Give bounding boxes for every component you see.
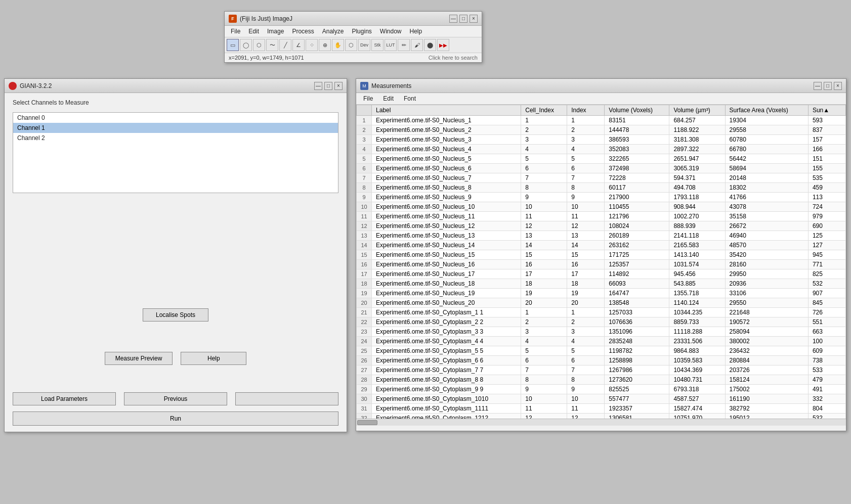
- cell-label: Experiment6.ome.tif-S0_Nucleus_2: [372, 125, 521, 135]
- next-btn[interactable]: [235, 392, 338, 405]
- meas-menu-edit[interactable]: Edit: [378, 94, 399, 103]
- load-params-btn[interactable]: Load Parameters: [13, 392, 116, 405]
- tool-wand[interactable]: ⬡: [345, 39, 357, 51]
- cell-rownum: 27: [357, 365, 372, 375]
- table-row: 17 Experiment6.ome.tif-S0_Nucleus_17 17 …: [357, 269, 846, 279]
- col-header-cell-index[interactable]: Cell_Index: [521, 105, 567, 116]
- tool-lut[interactable]: LUT: [385, 39, 397, 51]
- tool-multipoint[interactable]: ⁘: [306, 39, 318, 51]
- cell-vol-um: 10434.369: [669, 365, 725, 375]
- fiji-menu-plugins[interactable]: Plugins: [348, 27, 375, 36]
- channel-list: Channel 0 Channel 1 Channel 2: [13, 112, 338, 193]
- fiji-menu-analyze[interactable]: Analyze: [318, 27, 348, 36]
- tool-polygon[interactable]: ⬡: [253, 39, 265, 51]
- cell-rownum: 20: [357, 298, 372, 308]
- col-header-vol-um[interactable]: Volume (µm³): [669, 105, 725, 116]
- cell-sa-vox: 175002: [725, 385, 808, 394]
- cell-vol-um: 1140.124: [669, 298, 725, 308]
- tool-stk[interactable]: Stk: [371, 39, 384, 51]
- table-row: 16 Experiment6.ome.tif-S0_Nucleus_16 16 …: [357, 260, 846, 269]
- cell-label: Experiment6.ome.tif-S0_Nucleus_15: [372, 250, 521, 260]
- cell-label: Experiment6.ome.tif-S0_Cytoplasm_1 1: [372, 308, 521, 317]
- tool-hand[interactable]: ✋: [332, 39, 344, 51]
- col-header-sa-vox[interactable]: Surface Area (Voxels): [725, 105, 808, 116]
- tool-flood[interactable]: ⬤: [424, 39, 436, 51]
- tool-more[interactable]: ▶▶: [437, 39, 449, 51]
- table-row: 27 Experiment6.ome.tif-S0_Cytoplasm_7 7 …: [357, 365, 846, 375]
- fiji-menu-help[interactable]: Help: [406, 27, 427, 36]
- cell-index: 8: [567, 375, 605, 385]
- cell-sun: 151: [808, 154, 845, 164]
- cell-sa-vox: 380002: [725, 337, 808, 346]
- tool-brush[interactable]: 🖌: [411, 39, 423, 51]
- meas-table-container[interactable]: Label Cell_Index Index Volume (Voxels) V…: [356, 105, 846, 419]
- cell-index: 9: [567, 193, 605, 202]
- giani-close-btn[interactable]: ×: [334, 82, 343, 90]
- preview-help-row: Measure Preview Help: [13, 352, 338, 365]
- cell-index: 17: [567, 269, 605, 279]
- col-header-label[interactable]: Label: [372, 105, 521, 116]
- cell-vol-vox: 114892: [605, 269, 669, 279]
- giani-maximize-btn[interactable]: □: [324, 82, 332, 90]
- cell-vol-um: 1188.922: [669, 125, 725, 135]
- cell-vol-vox: 83151: [605, 116, 669, 125]
- cell-rownum: 3: [357, 135, 372, 145]
- localise-spots-btn[interactable]: Localise Spots: [143, 308, 208, 322]
- cell-index: 16: [567, 260, 605, 269]
- channel-1[interactable]: Channel 1: [13, 123, 338, 133]
- fiji-close-btn[interactable]: ×: [470, 15, 478, 23]
- measure-preview-btn[interactable]: Measure Preview: [105, 352, 173, 365]
- cell-rownum: 22: [357, 317, 372, 327]
- cell-sun: 532: [808, 279, 845, 289]
- channel-2[interactable]: Channel 2: [13, 133, 338, 143]
- fiji-maximize-btn[interactable]: □: [459, 15, 467, 23]
- fiji-menu-edit[interactable]: Edit: [244, 27, 263, 36]
- cell-label: Experiment6.ome.tif-S0_Nucleus_14: [372, 241, 521, 250]
- fiji-search-hint[interactable]: Click here to search: [429, 55, 478, 61]
- cell-rownum: 14: [357, 241, 372, 250]
- cell-vol-vox: 125357: [605, 260, 669, 269]
- fiji-menu-file[interactable]: File: [227, 27, 244, 36]
- meas-minimize-btn[interactable]: —: [814, 82, 822, 90]
- cell-index: 12: [567, 414, 605, 419]
- table-row: 13 Experiment6.ome.tif-S0_Nucleus_13 13 …: [357, 231, 846, 241]
- meas-close-btn[interactable]: ×: [834, 82, 842, 90]
- tool-rect[interactable]: ▭: [227, 39, 239, 51]
- tool-angle[interactable]: ∠: [292, 39, 305, 51]
- col-header-sun[interactable]: Sun▲: [808, 105, 845, 116]
- tool-dev[interactable]: Dev: [358, 39, 370, 51]
- cell-sun: 837: [808, 125, 845, 135]
- meas-menu-file[interactable]: File: [358, 94, 378, 103]
- fiji-menu-window[interactable]: Window: [376, 27, 406, 36]
- help-btn[interactable]: Help: [181, 352, 246, 365]
- meas-scrollbar-thumb-h[interactable]: [357, 420, 377, 425]
- fiji-minimize-btn[interactable]: —: [449, 15, 457, 23]
- fiji-menu-image[interactable]: Image: [263, 27, 288, 36]
- tool-oval[interactable]: ◯: [240, 39, 252, 51]
- giani-minimize-btn[interactable]: —: [314, 82, 322, 90]
- table-row: 2 Experiment6.ome.tif-S0_Nucleus_2 2 2 1…: [357, 125, 846, 135]
- meas-scrollbar-h[interactable]: [356, 419, 846, 426]
- cell-label: Experiment6.ome.tif-S0_Nucleus_6: [372, 164, 521, 173]
- tool-zoom[interactable]: ⊕: [319, 39, 331, 51]
- cell-sa-vox: 258094: [725, 327, 808, 337]
- run-btn[interactable]: Run: [13, 411, 338, 426]
- meas-menu-font[interactable]: Font: [399, 94, 421, 103]
- cell-vol-um: 908.944: [669, 202, 725, 212]
- cell-sun: 533: [808, 365, 845, 375]
- cell-label: Experiment6.ome.tif-S0_Cytoplasm_1212: [372, 414, 521, 419]
- previous-btn[interactable]: Previous: [124, 392, 227, 405]
- cell-sun: 532: [808, 414, 845, 419]
- tool-line[interactable]: ╱: [279, 39, 291, 51]
- tool-freehand[interactable]: 〜: [266, 39, 278, 51]
- channel-0[interactable]: Channel 0: [13, 113, 338, 123]
- col-header-index[interactable]: Index: [567, 105, 605, 116]
- cell-sa-vox: 56442: [725, 154, 808, 164]
- cell-index: 11: [567, 212, 605, 221]
- meas-maximize-btn[interactable]: □: [824, 82, 832, 90]
- col-header-vol-vox[interactable]: Volume (Voxels): [605, 105, 669, 116]
- fiji-menu-process[interactable]: Process: [288, 27, 318, 36]
- cell-vol-um: 594.371: [669, 173, 725, 183]
- cell-sa-vox: 28160: [725, 260, 808, 269]
- tool-pencil[interactable]: ✏: [398, 39, 410, 51]
